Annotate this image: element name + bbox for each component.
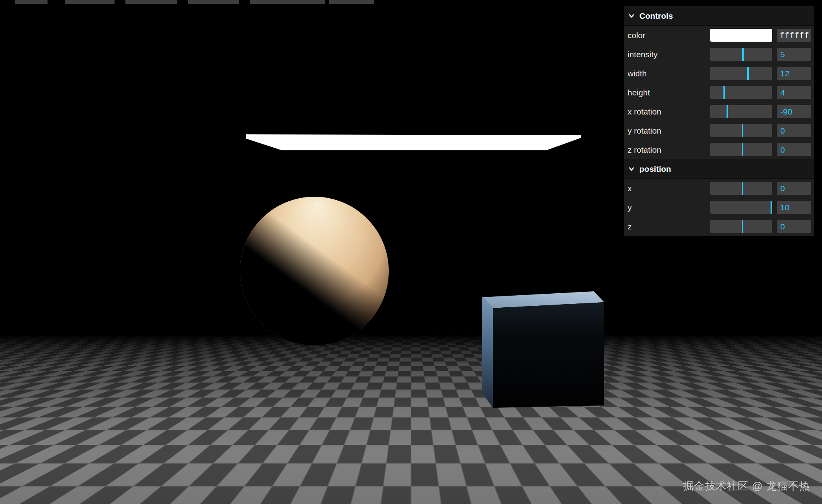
control-row-position-x: x 0: [624, 179, 814, 198]
control-row-x-rotation: x rotation -90: [624, 102, 814, 121]
browser-tab-strip: [0, 0, 822, 4]
cube-left-face: [482, 297, 493, 408]
control-row-position-z: z 0: [624, 217, 814, 236]
z-rotation-value[interactable]: 0: [777, 143, 811, 156]
control-label: width: [628, 69, 710, 78]
control-label: y: [628, 203, 710, 212]
intensity-slider[interactable]: [710, 48, 772, 61]
control-row-color: color ffffff: [624, 26, 814, 45]
position-x-value[interactable]: 0: [777, 182, 811, 195]
sphere: [240, 197, 389, 345]
control-label: x rotation: [628, 107, 710, 116]
slider-marker: [723, 86, 725, 99]
cube-front-face: [493, 302, 604, 408]
tab-remnant[interactable]: [188, 0, 239, 4]
x-rotation-slider[interactable]: [710, 105, 772, 118]
control-row-intensity: intensity 5: [624, 45, 814, 64]
control-row-width: width 12: [624, 64, 814, 83]
height-value[interactable]: 4: [777, 86, 811, 99]
control-label: intensity: [628, 50, 710, 59]
control-label: y rotation: [628, 126, 710, 136]
cube: [482, 290, 604, 408]
slider-marker: [742, 48, 744, 61]
y-rotation-slider[interactable]: [710, 124, 772, 137]
control-label: color: [628, 31, 710, 40]
position-x-slider[interactable]: [710, 182, 772, 195]
control-row-position-y: y 10: [624, 198, 814, 217]
gui-panel: Controls color ffffff intensity 5 width …: [624, 6, 814, 236]
folder-title-text: Controls: [639, 11, 673, 21]
height-slider[interactable]: [710, 86, 772, 99]
slider-marker: [742, 143, 743, 156]
chevron-down-icon: [628, 165, 635, 173]
folder-position[interactable]: position: [624, 159, 814, 179]
width-value[interactable]: 12: [777, 67, 811, 80]
control-row-height: height 4: [624, 83, 814, 102]
intensity-value[interactable]: 5: [777, 48, 811, 61]
folder-controls[interactable]: Controls: [624, 6, 814, 26]
tab-remnant[interactable]: [15, 0, 48, 4]
x-rotation-value[interactable]: -90: [777, 105, 811, 118]
position-y-value[interactable]: 10: [777, 201, 811, 214]
slider-marker: [771, 201, 772, 214]
tab-remnant[interactable]: [329, 0, 374, 4]
position-z-value[interactable]: 0: [777, 220, 811, 233]
slider-marker: [742, 182, 743, 195]
color-swatch[interactable]: [710, 29, 772, 42]
tab-remnant[interactable]: [65, 0, 115, 4]
slider-marker: [742, 220, 743, 233]
folder-title-text: position: [639, 164, 671, 174]
control-label: x: [628, 184, 710, 193]
control-label: height: [628, 88, 710, 97]
tab-remnant[interactable]: [250, 0, 325, 4]
chevron-down-icon: [628, 12, 635, 20]
control-row-y-rotation: y rotation 0: [624, 121, 814, 140]
position-y-slider[interactable]: [710, 201, 772, 214]
slider-marker: [727, 105, 728, 118]
color-hex-input[interactable]: ffffff: [777, 29, 811, 42]
control-label: z: [628, 222, 710, 231]
z-rotation-slider[interactable]: [710, 143, 772, 156]
slider-marker: [747, 67, 749, 80]
rect-area-light: [246, 134, 581, 151]
y-rotation-value[interactable]: 0: [777, 124, 811, 137]
control-label: z rotation: [628, 145, 710, 155]
watermark: 掘金技术社区 @ 龙猫不热: [683, 479, 810, 493]
control-row-z-rotation: z rotation 0: [624, 140, 814, 159]
slider-marker: [742, 124, 743, 137]
position-z-slider[interactable]: [710, 220, 772, 233]
width-slider[interactable]: [710, 67, 772, 80]
tab-remnant[interactable]: [125, 0, 177, 4]
app-window: 掘金技术社区 @ 龙猫不热 Controls color ffffff inte…: [0, 0, 822, 504]
